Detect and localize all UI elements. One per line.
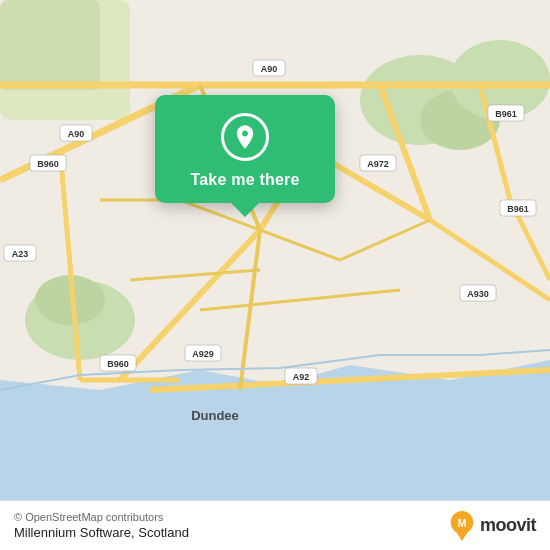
svg-text:B960: B960	[37, 159, 59, 169]
svg-text:A90: A90	[261, 64, 278, 74]
location-icon-circle	[221, 113, 269, 161]
svg-text:A92: A92	[293, 372, 310, 382]
svg-rect-9	[0, 0, 100, 90]
osm-attribution: © OpenStreetMap contributors	[14, 511, 189, 523]
svg-text:B961: B961	[495, 109, 517, 119]
svg-text:M: M	[458, 517, 467, 528]
place-info: Millennium Software, Scotland	[14, 525, 189, 540]
moovit-text: moovit	[480, 515, 536, 536]
bottom-bar: © OpenStreetMap contributors Millennium …	[0, 500, 550, 550]
svg-text:A972: A972	[367, 159, 389, 169]
moovit-icon: M	[448, 510, 476, 542]
popup-card[interactable]: Take me there	[155, 95, 335, 203]
take-me-there-button[interactable]: Take me there	[190, 171, 299, 189]
svg-text:A23: A23	[12, 249, 29, 259]
svg-text:A930: A930	[467, 289, 489, 299]
moovit-logo: M moovit	[448, 510, 536, 542]
svg-text:A90: A90	[68, 129, 85, 139]
svg-text:B960: B960	[107, 359, 129, 369]
svg-text:A929: A929	[192, 349, 214, 359]
svg-text:B961: B961	[507, 204, 529, 214]
location-pin-icon	[231, 123, 259, 151]
map-background: A90 A90 B960 B960 A929 A972 A92 A930 B96…	[0, 0, 550, 500]
svg-text:Dundee: Dundee	[191, 408, 239, 423]
map-container: A90 A90 B960 B960 A929 A972 A92 A930 B96…	[0, 0, 550, 500]
